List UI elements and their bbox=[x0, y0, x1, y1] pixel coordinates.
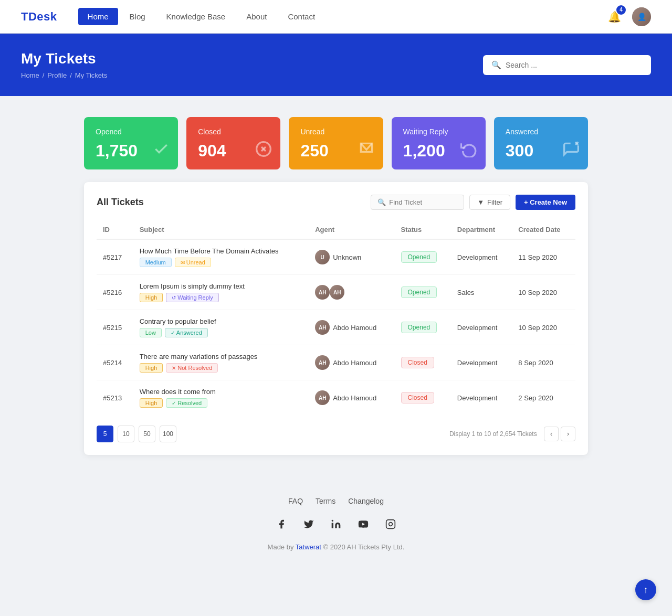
nav-contact[interactable]: Contact bbox=[278, 8, 324, 25]
page-size-10[interactable]: 10 bbox=[118, 426, 134, 442]
agent-name: Abdo Hamoud bbox=[333, 394, 376, 402]
ticket-subject: Where does it come from bbox=[140, 388, 303, 396]
stat-label-unread: Unread bbox=[300, 128, 371, 136]
stat-card-answered[interactable]: Answered 300 bbox=[494, 117, 588, 169]
tag-not-resolved: ✕Not Resolved bbox=[166, 363, 218, 373]
ticket-card-actions: 🔍 ▼ Filter + Create New bbox=[371, 195, 575, 210]
agent-cell: AH Abdo Hamoud bbox=[315, 320, 388, 335]
ticket-subject: Lorem Ipsum is simply dummy text bbox=[140, 282, 303, 290]
ticket-id: #5217 bbox=[97, 239, 133, 275]
ticket-date: 8 Sep 2020 bbox=[512, 345, 575, 380]
footer-faq[interactable]: FAQ bbox=[288, 497, 303, 505]
display-info: Display 1 to 10 of 2,654 Tickets ‹ › bbox=[449, 427, 575, 441]
ticket-agent: AH Abdo Hamoud bbox=[309, 345, 394, 380]
table-footer: 5 10 50 100 Display 1 to 10 of 2,654 Tic… bbox=[97, 426, 575, 442]
nav-right: 🔔 4 👤 bbox=[605, 7, 651, 26]
breadcrumb-profile[interactable]: Profile bbox=[47, 71, 67, 79]
ticket-id: #5216 bbox=[97, 275, 133, 310]
breadcrumb-sep1: / bbox=[43, 71, 45, 79]
ticket-subject: Contrary to popular belief bbox=[140, 317, 303, 325]
status-badge: Closed bbox=[401, 357, 434, 368]
col-date: Created Date bbox=[512, 220, 575, 239]
breadcrumb-home[interactable]: Home bbox=[21, 71, 39, 79]
col-subject: Subject bbox=[133, 220, 309, 239]
status-badge: Opened bbox=[401, 286, 437, 298]
tag-high: High bbox=[140, 293, 163, 302]
tag-low: Low bbox=[140, 328, 162, 337]
stat-card-waiting[interactable]: Waiting Reply 1,200 bbox=[392, 117, 486, 169]
agent-name: Abdo Hamoud bbox=[333, 324, 376, 332]
ticket-status: Opened bbox=[395, 310, 451, 345]
footer-brand-link[interactable]: Tatwerat bbox=[296, 543, 321, 551]
page-title: My Tickets bbox=[21, 50, 107, 67]
page-size-50[interactable]: 50 bbox=[139, 426, 155, 442]
page-size-5[interactable]: 5 bbox=[97, 426, 113, 442]
nav-knowledge-base[interactable]: Knowledge Base bbox=[157, 8, 235, 25]
avatar-image: 👤 bbox=[632, 7, 651, 26]
instagram-icon[interactable] bbox=[382, 516, 399, 533]
tag-resolved: ✓Resolved bbox=[166, 398, 207, 408]
ticket-date: 11 Sep 2020 bbox=[512, 239, 575, 275]
find-ticket-box: 🔍 bbox=[371, 195, 464, 210]
table-row[interactable]: #5216 Lorem Ipsum is simply dummy text H… bbox=[97, 275, 575, 310]
notification-button[interactable]: 🔔 4 bbox=[605, 7, 624, 26]
nav-about[interactable]: About bbox=[237, 8, 276, 25]
create-new-button[interactable]: + Create New bbox=[516, 195, 575, 210]
page-size-100[interactable]: 100 bbox=[160, 426, 176, 442]
ticket-subject: How Much Time Before The Domain Activate… bbox=[140, 247, 303, 255]
stat-card-unread[interactable]: Unread 250 bbox=[289, 117, 383, 169]
svg-point-6 bbox=[332, 520, 333, 522]
table-header-row: ID Subject Agent Status Department Creat… bbox=[97, 220, 575, 239]
ticket-tags: Medium✉Unread bbox=[140, 258, 303, 267]
stat-label-waiting: Waiting Reply bbox=[403, 128, 474, 136]
stat-card-closed[interactable]: Closed 904 bbox=[186, 117, 280, 169]
footer-links: FAQ Terms Changelog bbox=[10, 497, 662, 505]
footer-terms[interactable]: Terms bbox=[316, 497, 335, 505]
footer-changelog[interactable]: Changelog bbox=[348, 497, 384, 505]
search-input[interactable] bbox=[506, 61, 643, 69]
twitter-icon[interactable] bbox=[300, 516, 317, 533]
ticket-card-title: All Tickets bbox=[97, 197, 144, 208]
tag-answered: ✓Answered bbox=[165, 328, 208, 337]
facebook-icon[interactable] bbox=[273, 516, 290, 533]
ticket-id: #5214 bbox=[97, 345, 133, 380]
nav-links: Home Blog Knowledge Base About Contact bbox=[78, 8, 605, 25]
stat-card-opened[interactable]: Opened 1,750 bbox=[84, 117, 178, 169]
youtube-icon[interactable] bbox=[355, 516, 372, 533]
ticket-tags: High✓Resolved bbox=[140, 398, 303, 408]
filter-label: Filter bbox=[487, 198, 502, 206]
tag-unread: ✉Unread bbox=[175, 258, 211, 267]
prev-page-button[interactable]: ‹ bbox=[544, 427, 559, 441]
social-icons bbox=[10, 516, 662, 533]
agent-cell: U Unknown bbox=[315, 250, 388, 264]
ticket-department: Development bbox=[451, 345, 512, 380]
linkedin-icon[interactable] bbox=[328, 516, 344, 533]
brand-logo[interactable]: TDesk bbox=[21, 10, 57, 24]
stat-icon-unread bbox=[358, 141, 375, 161]
ticket-status: Opened bbox=[395, 275, 451, 310]
agent-avatar: AH bbox=[315, 285, 330, 300]
ticket-card: All Tickets 🔍 ▼ Filter + Create New ID S… bbox=[84, 182, 588, 455]
next-page-button[interactable]: › bbox=[561, 427, 575, 441]
find-ticket-input[interactable] bbox=[389, 198, 457, 206]
breadcrumb: Home / Profile / My Tickets bbox=[21, 71, 107, 79]
hero-banner: My Tickets Home / Profile / My Tickets 🔍 bbox=[0, 34, 672, 96]
table-row[interactable]: #5215 Contrary to popular belief Low✓Ans… bbox=[97, 310, 575, 345]
stat-icon-waiting bbox=[460, 141, 477, 161]
filter-button[interactable]: ▼ Filter bbox=[469, 195, 510, 210]
nav-blog[interactable]: Blog bbox=[120, 8, 155, 25]
table-row[interactable]: #5214 There are many variations of passa… bbox=[97, 345, 575, 380]
nav-home[interactable]: Home bbox=[78, 8, 118, 25]
ticket-department: Development bbox=[451, 380, 512, 416]
ticket-agent: AH Abdo Hamoud bbox=[309, 310, 394, 345]
ticket-tags: Low✓Answered bbox=[140, 328, 303, 337]
table-row[interactable]: #5213 Where does it come from High✓Resol… bbox=[97, 380, 575, 416]
main-content: Opened 1,750 Closed 904 Unread 250 Waiti… bbox=[74, 117, 598, 455]
status-badge: Closed bbox=[401, 392, 434, 403]
agent-name: Unknown bbox=[333, 253, 361, 261]
agent-cell: AHAH bbox=[315, 285, 388, 300]
user-avatar[interactable]: 👤 bbox=[632, 7, 651, 26]
ticket-tags: High✕Not Resolved bbox=[140, 363, 303, 373]
ticket-date: 2 Sep 2020 bbox=[512, 380, 575, 416]
table-row[interactable]: #5217 How Much Time Before The Domain Ac… bbox=[97, 239, 575, 275]
